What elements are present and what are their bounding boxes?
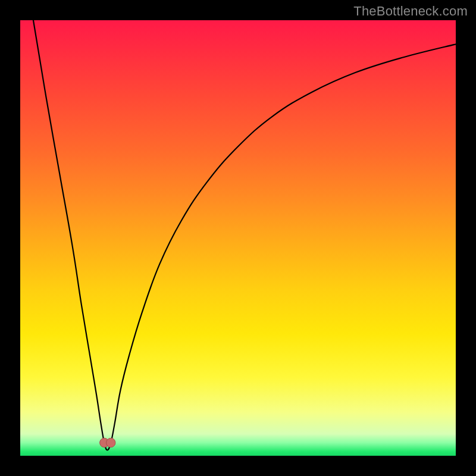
- curve-markers: [100, 438, 115, 447]
- right-dot: [107, 438, 115, 447]
- chart-frame: TheBottleneck.com: [0, 0, 476, 476]
- watermark-text: TheBottleneck.com: [353, 4, 468, 19]
- plot-area: [20, 20, 456, 456]
- bottleneck-curve-path: [33, 20, 456, 450]
- bottleneck-curve-svg: [20, 20, 456, 456]
